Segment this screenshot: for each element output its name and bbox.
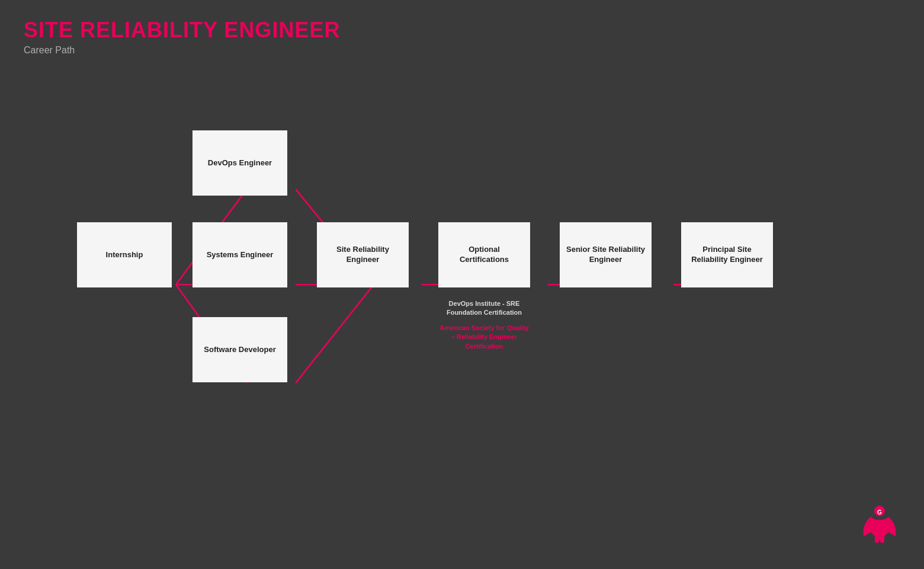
node-principal: Principal Site Reliability Engineer (681, 222, 773, 287)
node-systems: Systems Engineer (192, 222, 287, 287)
page-title: SITE RELIABILITY ENGINEER (24, 18, 340, 43)
node-software: Software Developer (192, 317, 287, 382)
node-devops: DevOps Engineer (192, 130, 287, 196)
cert-item-2: American Society for Quality – Reliabili… (438, 324, 530, 351)
career-diagram: Internship DevOps Engineer Systems Engin… (59, 89, 888, 474)
svg-text:G: G (877, 509, 882, 516)
node-internship: Internship (77, 222, 172, 287)
svg-rect-11 (875, 531, 879, 543)
page-subtitle: Career Path (24, 45, 340, 56)
cert-item-1: DevOps Institute - SRE Foundation Certif… (438, 299, 530, 318)
svg-line-5 (296, 284, 374, 383)
header: SITE RELIABILITY ENGINEER Career Path (24, 18, 340, 56)
node-optional: Optional Certifications (438, 222, 530, 287)
svg-rect-12 (880, 531, 884, 543)
logo: G (859, 504, 900, 551)
certifications-area: DevOps Institute - SRE Foundation Certif… (438, 299, 530, 351)
node-senior: Senior Site Reliability Engineer (560, 222, 652, 287)
node-sre: Site Reliability Engineer (317, 222, 409, 287)
svg-rect-10 (875, 520, 884, 532)
